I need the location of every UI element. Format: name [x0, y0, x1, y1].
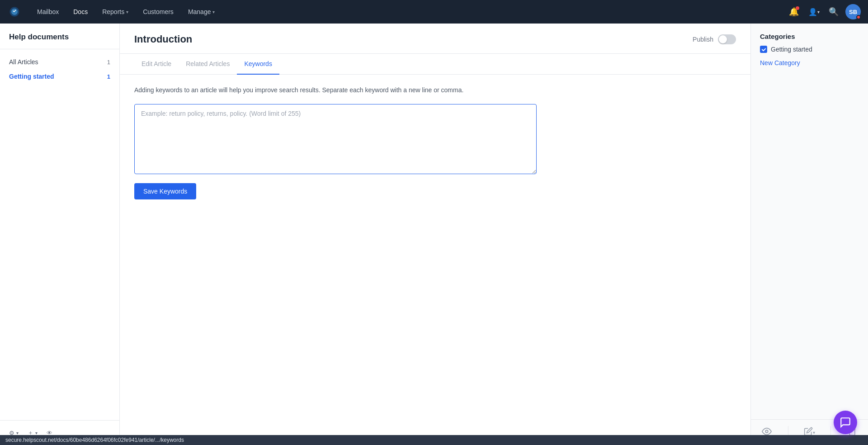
sidebar-item-all-articles[interactable]: All Articles 1 [0, 55, 119, 69]
statusbar: secure.helpscout.net/docs/60be486d6264f0… [0, 435, 868, 445]
logo[interactable] [7, 5, 22, 19]
edit-chevron-icon: ▾ [813, 430, 815, 435]
avatar-badge [856, 15, 861, 19]
categories-title: Categories [751, 24, 868, 46]
add-chevron-icon: ▾ [35, 431, 38, 436]
keywords-description: Adding keywords to an article will help … [134, 85, 736, 95]
notifications-button[interactable]: 🔔 [786, 4, 802, 20]
publish-label: Publish [693, 36, 713, 43]
reports-chevron-icon: ▾ [126, 9, 128, 14]
topnav-right: 🔔 👤 ▾ 🔍 SB [786, 4, 861, 20]
tab-related-articles[interactable]: Related Articles [179, 54, 237, 75]
main-content: Introduction Publish Edit Article Relate… [120, 24, 750, 445]
publish-row: Publish [693, 34, 736, 52]
user-chevron-icon: ▾ [817, 9, 820, 14]
user-icon: 👤 [808, 8, 817, 16]
category-item-getting-started: Getting started [760, 46, 859, 53]
search-icon: 🔍 [829, 7, 839, 17]
sidebar-item-getting-started[interactable]: Getting started 1 [0, 69, 119, 84]
nav-customers[interactable]: Customers [137, 5, 180, 18]
sidebar: Help documents All Articles 1 Getting st… [0, 24, 120, 445]
tab-edit-article[interactable]: Edit Article [134, 54, 179, 75]
publish-toggle[interactable] [718, 34, 736, 44]
keywords-textarea[interactable] [134, 104, 537, 174]
nav-manage[interactable]: Manage ▾ [182, 5, 222, 18]
layout: Help documents All Articles 1 Getting st… [0, 24, 868, 445]
keywords-content: Adding keywords to an article will help … [120, 75, 750, 445]
new-category-link[interactable]: New Category [760, 59, 800, 66]
notification-dot [796, 6, 799, 10]
right-panel: Categories Getting started New Category [750, 24, 868, 445]
save-keywords-button[interactable]: Save Keywords [134, 183, 196, 199]
avatar[interactable]: SB [845, 4, 861, 19]
svg-point-0 [766, 430, 769, 433]
sidebar-title: Help documents [0, 24, 119, 49]
tab-keywords[interactable]: Keywords [237, 54, 279, 75]
manage-chevron-icon: ▾ [212, 9, 215, 14]
topnav: Mailbox Docs Reports ▾ Customers Manage … [0, 0, 868, 24]
nav-mailbox[interactable]: Mailbox [31, 5, 65, 18]
search-button[interactable]: 🔍 [826, 4, 842, 20]
chat-button[interactable] [834, 411, 857, 434]
toggle-knob [719, 35, 727, 43]
article-tabs: Edit Article Related Articles Keywords [120, 54, 750, 75]
sidebar-nav: All Articles 1 Getting started 1 [0, 49, 119, 420]
settings-chevron-icon: ▾ [16, 431, 19, 436]
nav-docs[interactable]: Docs [67, 5, 94, 18]
category-label-getting-started: Getting started [771, 46, 812, 53]
nav-reports[interactable]: Reports ▾ [96, 5, 135, 18]
categories-body: Getting started New Category [751, 46, 868, 232]
article-title: Introduction [134, 33, 192, 53]
article-header: Introduction Publish [120, 24, 750, 54]
user-settings-button[interactable]: 👤 ▾ [806, 4, 822, 20]
nav-items: Mailbox Docs Reports ▾ Customers Manage … [31, 5, 786, 18]
category-checkbox-getting-started[interactable] [760, 46, 767, 53]
